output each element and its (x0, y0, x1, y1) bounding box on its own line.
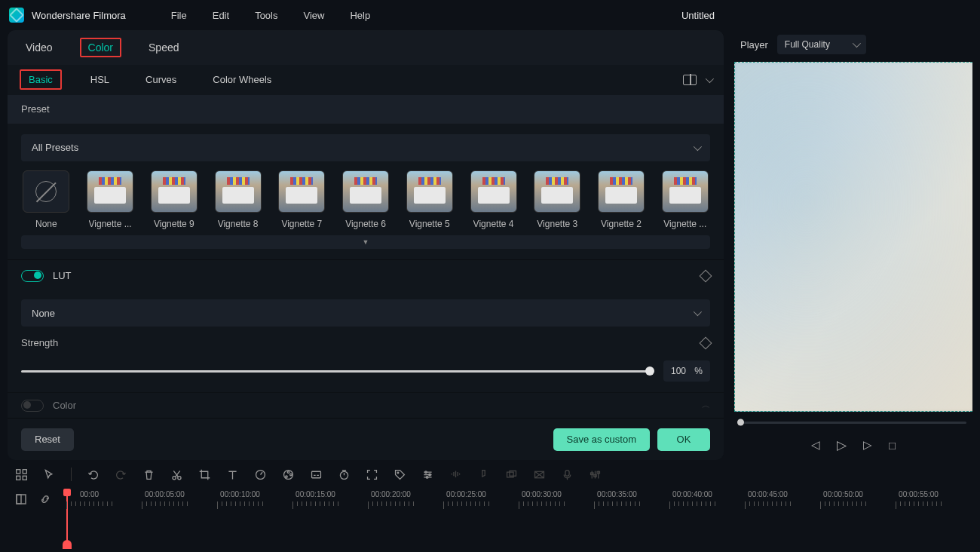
preset-item[interactable]: Vignette 9 (149, 170, 199, 229)
next-frame-icon[interactable]: ▷ (863, 438, 872, 452)
player-label: Player (740, 39, 768, 51)
lut-toggle[interactable] (21, 270, 44, 282)
preset-dropdown[interactable]: All Presets (21, 134, 710, 161)
adjust-icon[interactable] (421, 468, 434, 481)
compare-view-icon[interactable] (683, 75, 697, 85)
menu-help[interactable]: Help (350, 10, 370, 21)
tab-color[interactable]: Color (80, 38, 121, 57)
menu-edit[interactable]: Edit (213, 10, 229, 21)
slider-handle[interactable] (645, 366, 654, 376)
timeline-ruler[interactable]: 00:0000:00:05:0000:00:10:0000:00:15:0000… (66, 490, 965, 520)
menu-view[interactable]: View (303, 10, 324, 21)
video-preview[interactable] (734, 62, 972, 412)
redo-icon[interactable] (115, 468, 127, 481)
chevron-down-icon (694, 308, 700, 317)
mixer-icon[interactable] (589, 468, 602, 481)
group-icon[interactable] (505, 468, 518, 481)
scrub-handle[interactable] (737, 419, 744, 426)
menu-file[interactable]: File (171, 10, 187, 21)
chevron-up-icon[interactable]: ︿ (702, 400, 710, 411)
svg-rect-0 (17, 469, 20, 473)
tab-speed[interactable]: Speed (149, 41, 179, 54)
delete-icon[interactable] (142, 468, 155, 481)
preset-item[interactable]: Vignette 5 (404, 170, 455, 229)
marker-icon[interactable] (477, 468, 490, 481)
strength-slider[interactable] (21, 370, 653, 373)
cut-icon[interactable] (170, 468, 183, 481)
keyframe-diamond-icon[interactable] (700, 269, 712, 282)
quality-value: Full Quality (785, 39, 830, 50)
lut-section-header: LUT (8, 259, 724, 293)
ruler-tick: 00:00:35:00 (594, 490, 640, 509)
preset-thumbnail (342, 170, 389, 213)
svg-point-4 (173, 476, 176, 479)
collapse-toggle[interactable]: ▼ (21, 235, 710, 249)
scrubber[interactable] (734, 415, 972, 430)
subtitle-icon[interactable] (310, 468, 323, 481)
subtab-curves[interactable]: Curves (138, 71, 184, 88)
keyframe-diamond-icon[interactable] (700, 336, 712, 349)
lut-dropdown[interactable]: None (21, 299, 710, 327)
properties-panel: Video Color Speed Basic HSL Curves Color… (8, 30, 724, 460)
subtab-basic[interactable]: Basic (20, 69, 62, 90)
preset-thumbnail (151, 170, 198, 213)
grid-icon[interactable] (15, 468, 28, 481)
playback-controls: ◁ ▷ ▷ □ (734, 430, 972, 460)
chevron-down-icon[interactable] (706, 75, 714, 83)
subtab-color-wheels[interactable]: Color Wheels (205, 71, 279, 88)
fullscreen-icon[interactable] (366, 468, 378, 481)
app-title: Wondershare Filmora (32, 10, 126, 21)
track-layout-icon[interactable] (15, 493, 27, 505)
preset-item[interactable]: Vignette ... (85, 170, 136, 229)
preset-item[interactable]: None (21, 170, 72, 229)
preset-dropdown-label: All Presets (32, 142, 78, 153)
preset-thumbnail (406, 170, 453, 213)
frame-icon[interactable] (533, 468, 546, 481)
ruler-tick: 00:00:50:00 (820, 490, 866, 509)
timer-icon[interactable] (338, 468, 351, 481)
quality-dropdown[interactable]: Full Quality (777, 35, 866, 54)
subtab-hsl[interactable]: HSL (83, 71, 117, 88)
link-icon[interactable] (39, 493, 51, 505)
tag-icon[interactable] (394, 468, 406, 481)
menu-tools[interactable]: Tools (255, 10, 277, 21)
stop-icon[interactable]: □ (889, 439, 896, 452)
preset-item[interactable]: Vignette 8 (213, 170, 263, 229)
preset-item[interactable]: Vignette 3 (532, 170, 583, 229)
preset-item[interactable]: Vignette ... (660, 170, 710, 229)
pointer-icon[interactable] (43, 468, 56, 481)
tab-video[interactable]: Video (26, 41, 53, 54)
audio-icon[interactable] (449, 468, 462, 481)
ruler-tick: 00:00:55:00 (896, 490, 942, 509)
svg-rect-17 (507, 472, 514, 477)
preset-thumbnail (598, 170, 645, 213)
text-icon[interactable] (226, 468, 239, 481)
mic-icon[interactable] (561, 468, 574, 481)
svg-rect-2 (17, 476, 20, 480)
color-toggle[interactable] (21, 400, 44, 412)
reset-button[interactable]: Reset (21, 428, 74, 451)
ruler-tick: 00:00:30:00 (519, 490, 565, 509)
preset-label: Vignette 8 (218, 219, 259, 229)
timeline-ruler-row: 00:0000:00:05:0000:00:10:0000:00:15:0000… (0, 489, 980, 526)
ok-button[interactable]: OK (657, 428, 710, 451)
preset-item[interactable]: Vignette 2 (596, 170, 647, 229)
color-label: Color (53, 400, 76, 411)
speed-icon[interactable] (254, 468, 267, 481)
crop-icon[interactable] (198, 468, 211, 481)
undo-icon[interactable] (87, 468, 100, 481)
preset-item[interactable]: Vignette 6 (341, 170, 391, 229)
ruler-tick: 00:00:20:00 (368, 490, 414, 509)
preset-label: Vignette 4 (473, 219, 514, 229)
preset-item[interactable]: Vignette 7 (277, 170, 327, 229)
ruler-tick: 00:00:45:00 (745, 490, 791, 509)
play-icon[interactable]: ▷ (837, 437, 847, 453)
svg-rect-25 (17, 495, 21, 504)
color-icon[interactable] (282, 468, 295, 481)
strength-value[interactable]: 100 % (663, 360, 710, 382)
save-custom-button[interactable]: Save as custom (553, 428, 651, 451)
prev-frame-icon[interactable]: ◁ (811, 438, 820, 452)
preset-item[interactable]: Vignette 4 (468, 170, 519, 229)
color-subtabs: Basic HSL Curves Color Wheels (8, 65, 724, 95)
player-panel: Player Full Quality ◁ ▷ ▷ □ (734, 30, 972, 460)
